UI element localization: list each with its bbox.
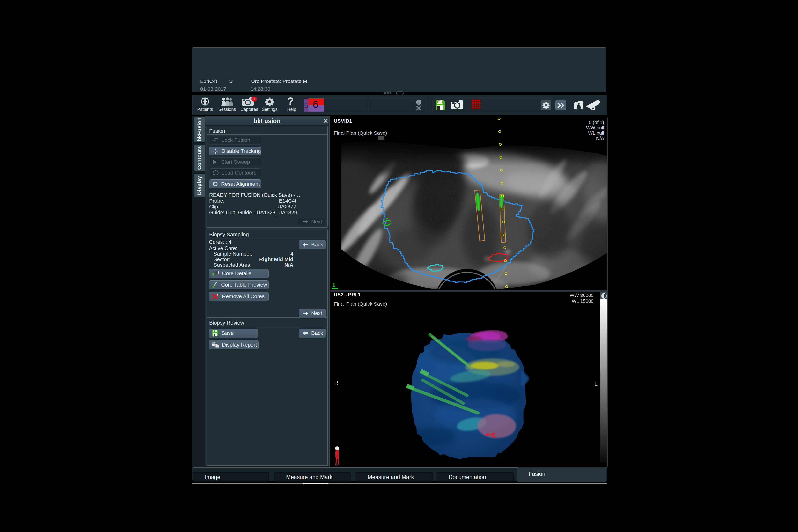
svg-text:1: 1	[253, 97, 255, 101]
svg-text:0 (of 1): 0 (of 1)	[589, 120, 604, 125]
svg-text:WW null: WW null	[586, 125, 604, 130]
svg-text:WL 15000: WL 15000	[572, 299, 594, 304]
svg-text:USVID1: USVID1	[334, 118, 352, 124]
svg-text:Final Plan (Quick Save): Final Plan (Quick Save)	[334, 301, 387, 307]
svg-text:Final Plan (Quick Save): Final Plan (Quick Save)	[334, 130, 387, 136]
svg-text:D: D	[438, 100, 440, 103]
svg-text:WW 30000: WW 30000	[570, 292, 594, 298]
svg-text:1: 1	[332, 282, 336, 288]
svg-text:N/A: N/A	[596, 136, 604, 141]
svg-text:WL null: WL null	[588, 130, 604, 136]
svg-text:R: R	[334, 379, 338, 386]
svg-text:US2 - PRI 1: US2 - PRI 1	[334, 292, 361, 297]
svg-text:L: L	[594, 381, 597, 387]
